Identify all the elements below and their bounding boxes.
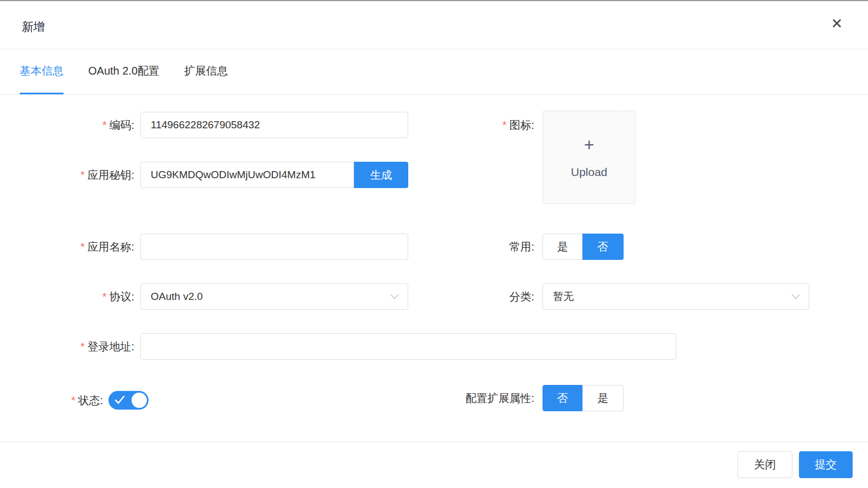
status-label: *状态: — [0, 387, 103, 413]
chevron-down-icon — [791, 294, 800, 299]
dialog-footer: 关闭 提交 — [0, 441, 868, 488]
check-icon — [115, 395, 125, 407]
secret-input-group: 生成 — [140, 162, 408, 188]
icon-upload-box[interactable]: + Upload — [542, 111, 636, 204]
tab-bar: 基本信息 OAuth 2.0配置 扩展信息 — [0, 49, 868, 95]
protocol-label: *协议: — [0, 283, 134, 310]
common-label: 常用: — [373, 234, 534, 260]
toggle-knob — [132, 393, 147, 408]
generate-button[interactable]: 生成 — [354, 162, 408, 188]
close-icon[interactable]: ✕ — [831, 16, 843, 31]
category-select[interactable]: 暂无 — [542, 283, 809, 310]
ext-attr-radio-group: 否 是 — [542, 385, 624, 411]
required-mark: * — [502, 119, 507, 131]
required-mark: * — [81, 341, 85, 353]
app-name-input[interactable] — [140, 234, 408, 260]
required-mark: * — [71, 394, 76, 406]
code-input[interactable] — [140, 112, 408, 138]
icon-label: *图标: — [373, 112, 534, 138]
code-label: *编码: — [0, 112, 134, 138]
tab-oauth-config[interactable]: OAuth 2.0配置 — [88, 49, 159, 94]
app-name-label: *应用名称: — [0, 234, 134, 260]
required-mark: * — [102, 119, 107, 131]
common-radio-group: 是 否 — [542, 234, 624, 260]
ext-attr-yes-option[interactable]: 是 — [583, 385, 624, 411]
secret-input[interactable] — [140, 162, 354, 188]
plus-icon: + — [584, 136, 595, 154]
dialog-header: 新增 ✕ — [0, 1, 868, 49]
dialog-title: 新增 — [22, 19, 45, 35]
ext-attr-label: 配置扩展属性: — [373, 385, 534, 411]
add-dialog: 新增 ✕ 基本信息 OAuth 2.0配置 扩展信息 *编码: *图标: + U… — [0, 0, 868, 488]
required-mark: * — [102, 291, 107, 303]
login-url-label: *登录地址: — [0, 333, 134, 360]
tab-extended-info[interactable]: 扩展信息 — [184, 49, 228, 94]
status-toggle[interactable] — [108, 391, 149, 410]
ext-attr-no-option[interactable]: 否 — [542, 385, 583, 411]
required-mark: * — [81, 169, 85, 181]
login-url-input[interactable] — [140, 333, 676, 360]
common-yes-option[interactable]: 是 — [542, 234, 583, 260]
tab-basic-info[interactable]: 基本信息 — [20, 49, 64, 94]
upload-label: Upload — [571, 166, 608, 179]
category-label: 分类: — [373, 283, 534, 310]
protocol-select[interactable]: OAuth v2.0 — [140, 283, 408, 310]
common-no-option[interactable]: 否 — [583, 234, 624, 260]
protocol-select-value: OAuth v2.0 — [151, 291, 203, 303]
submit-button[interactable]: 提交 — [799, 451, 853, 478]
required-mark: * — [81, 241, 85, 253]
category-select-value: 暂无 — [553, 290, 574, 304]
close-button[interactable]: 关闭 — [738, 451, 792, 478]
secret-label: *应用秘钥: — [0, 162, 134, 188]
